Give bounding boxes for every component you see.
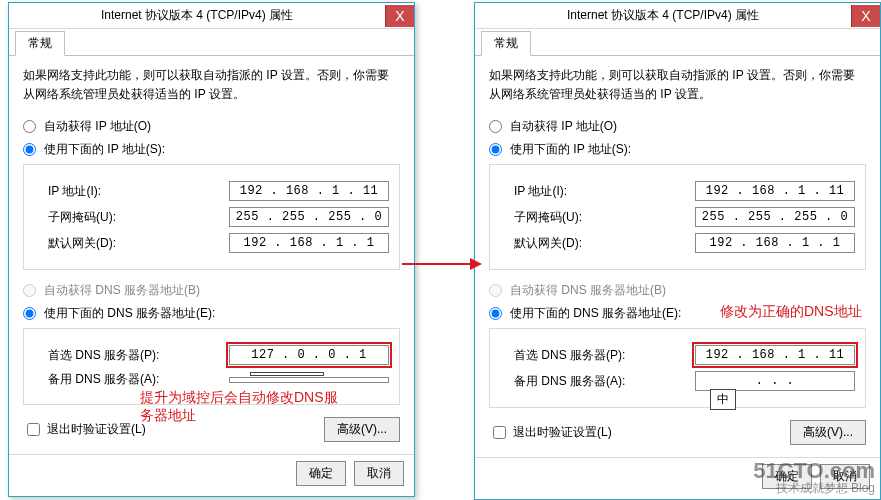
ok-button[interactable]: 确定 xyxy=(296,461,346,486)
dns2-label: 备用 DNS 服务器(A): xyxy=(500,373,695,390)
radio-auto-ip-input[interactable] xyxy=(489,120,502,133)
radio-auto-dns-label: 自动获得 DNS 服务器地址(B) xyxy=(510,282,666,299)
annotation-left: 提升为域控后会自动修改DNS服务器地址 xyxy=(140,388,350,424)
radio-manual-ip-input[interactable] xyxy=(489,143,502,156)
titlebar: Internet 协议版本 4 (TCP/IPv4) 属性 X xyxy=(475,3,880,29)
tab-general[interactable]: 常规 xyxy=(15,31,65,56)
validate-checkbox[interactable] xyxy=(493,426,506,439)
radio-auto-dns-input xyxy=(23,284,36,297)
ime-candidate-left xyxy=(250,372,324,376)
radio-manual-ip-label: 使用下面的 IP 地址(S): xyxy=(510,141,631,158)
window-title: Internet 协议版本 4 (TCP/IPv4) 属性 xyxy=(475,3,851,28)
watermark: 51CTO.com 技术成就梦想 Blog xyxy=(753,460,875,494)
gw-label: 默认网关(D): xyxy=(500,235,695,252)
arrow-icon xyxy=(402,256,482,272)
ip-input[interactable]: 192 . 168 . 1 . 11 xyxy=(229,181,389,201)
annotation-right: 修改为正确的DNS地址 xyxy=(720,302,881,320)
titlebar: Internet 协议版本 4 (TCP/IPv4) 属性 X xyxy=(9,3,414,29)
tab-strip: 常规 xyxy=(475,29,880,56)
radio-manual-dns-label: 使用下面的 DNS 服务器地址(E): xyxy=(510,305,681,322)
gw-label: 默认网关(D): xyxy=(34,235,229,252)
close-icon[interactable]: X xyxy=(851,5,880,27)
ip-label: IP 地址(I): xyxy=(500,183,695,200)
dns1-input[interactable]: 127 . 0 . 0 . 1 xyxy=(229,345,389,365)
mask-label: 子网掩码(U): xyxy=(34,209,229,226)
ip-input[interactable]: 192 . 168 . 1 . 11 xyxy=(695,181,855,201)
dns2-input[interactable] xyxy=(229,377,389,383)
svg-marker-1 xyxy=(470,258,482,270)
dns1-label: 首选 DNS 服务器(P): xyxy=(34,347,229,364)
ip-group: IP 地址(I): 192 . 168 . 1 . 11 子网掩码(U): 25… xyxy=(23,164,400,270)
mask-input[interactable]: 255 . 255 . 255 . 0 xyxy=(229,207,389,227)
radio-manual-dns-input[interactable] xyxy=(23,307,36,320)
ime-candidate-right: 中 xyxy=(710,389,736,410)
radio-manual-ip-input[interactable] xyxy=(23,143,36,156)
ip-label: IP 地址(I): xyxy=(34,183,229,200)
ip-group: IP 地址(I): 192 . 168 . 1 . 11 子网掩码(U): 25… xyxy=(489,164,866,270)
radio-auto-dns: 自动获得 DNS 服务器地址(B) xyxy=(489,282,866,299)
radio-auto-ip[interactable]: 自动获得 IP 地址(O) xyxy=(489,118,866,135)
validate-checkbox-row[interactable]: 退出时验证设置(L) xyxy=(489,423,790,442)
radio-manual-ip[interactable]: 使用下面的 IP 地址(S): xyxy=(489,141,866,158)
radio-manual-dns-input[interactable] xyxy=(489,307,502,320)
watermark-sub: 技术成就梦想 Blog xyxy=(753,482,875,494)
radio-auto-ip[interactable]: 自动获得 IP 地址(O) xyxy=(23,118,400,135)
intro-text: 如果网络支持此功能，则可以获取自动指派的 IP 设置。否则，你需要从网络系统管理… xyxy=(489,66,866,104)
mask-label: 子网掩码(U): xyxy=(500,209,695,226)
dns1-input[interactable]: 192 . 168 . 1 . 11 xyxy=(695,345,855,365)
dns2-label: 备用 DNS 服务器(A): xyxy=(34,371,229,388)
radio-auto-dns-input xyxy=(489,284,502,297)
radio-auto-ip-input[interactable] xyxy=(23,120,36,133)
cancel-button[interactable]: 取消 xyxy=(354,461,404,486)
tcpip-dialog-after: Internet 协议版本 4 (TCP/IPv4) 属性 X 常规 如果网络支… xyxy=(474,2,881,500)
radio-auto-ip-label: 自动获得 IP 地址(O) xyxy=(510,118,617,135)
radio-auto-dns-label: 自动获得 DNS 服务器地址(B) xyxy=(44,282,200,299)
dns1-label: 首选 DNS 服务器(P): xyxy=(500,347,695,364)
mask-input[interactable]: 255 . 255 . 255 . 0 xyxy=(695,207,855,227)
radio-manual-ip-label: 使用下面的 IP 地址(S): xyxy=(44,141,165,158)
radio-auto-dns: 自动获得 DNS 服务器地址(B) xyxy=(23,282,400,299)
intro-text: 如果网络支持此功能，则可以获取自动指派的 IP 设置。否则，你需要从网络系统管理… xyxy=(23,66,400,104)
close-icon[interactable]: X xyxy=(385,5,414,27)
window-title: Internet 协议版本 4 (TCP/IPv4) 属性 xyxy=(9,3,385,28)
radio-manual-dns-label: 使用下面的 DNS 服务器地址(E): xyxy=(44,305,215,322)
dialog-footer: 确定 取消 xyxy=(9,454,414,496)
tab-strip: 常规 xyxy=(9,29,414,56)
validate-checkbox[interactable] xyxy=(27,423,40,436)
radio-manual-ip[interactable]: 使用下面的 IP 地址(S): xyxy=(23,141,400,158)
radio-auto-ip-label: 自动获得 IP 地址(O) xyxy=(44,118,151,135)
advanced-button[interactable]: 高级(V)... xyxy=(790,420,866,445)
watermark-main: 51CTO.com xyxy=(753,460,875,482)
dns-group: 首选 DNS 服务器(P): 192 . 168 . 1 . 11 备用 DNS… xyxy=(489,328,866,408)
gw-input[interactable]: 192 . 168 . 1 . 1 xyxy=(695,233,855,253)
validate-label: 退出时验证设置(L) xyxy=(513,424,612,441)
gw-input[interactable]: 192 . 168 . 1 . 1 xyxy=(229,233,389,253)
radio-manual-dns[interactable]: 使用下面的 DNS 服务器地址(E): xyxy=(23,305,400,322)
tab-general[interactable]: 常规 xyxy=(481,31,531,56)
validate-label: 退出时验证设置(L) xyxy=(47,421,146,438)
